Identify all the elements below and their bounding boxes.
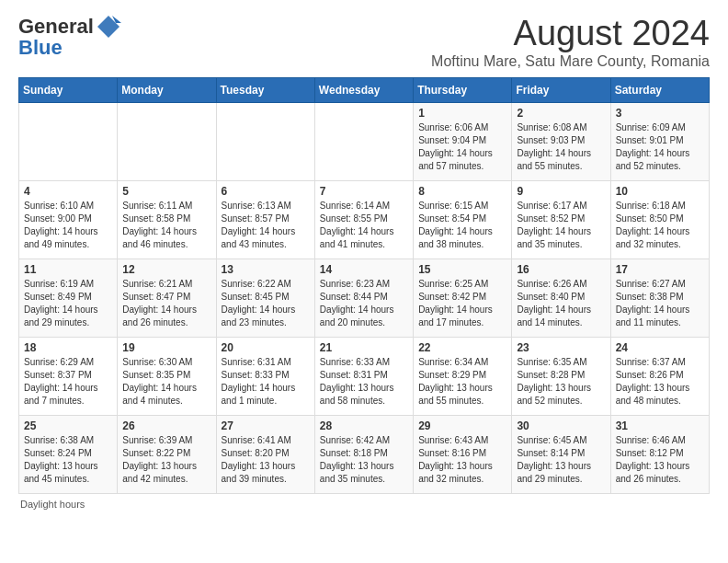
calendar-cell: 1Sunrise: 6:06 AM Sunset: 9:04 PM Daylig… xyxy=(414,103,512,181)
day-of-week-header: Monday xyxy=(118,78,216,103)
day-info: Sunrise: 6:30 AM Sunset: 8:35 PM Dayligh… xyxy=(122,356,210,408)
calendar-cell xyxy=(118,103,216,181)
day-info: Sunrise: 6:08 AM Sunset: 9:03 PM Dayligh… xyxy=(517,121,605,173)
day-info: Sunrise: 6:38 AM Sunset: 8:24 PM Dayligh… xyxy=(24,434,112,486)
calendar-week-row: 25Sunrise: 6:38 AM Sunset: 8:24 PM Dayli… xyxy=(19,416,710,494)
day-number: 24 xyxy=(616,341,704,354)
footer: Daylight hours xyxy=(18,499,710,510)
calendar-cell xyxy=(314,103,413,181)
day-number: 3 xyxy=(616,107,704,120)
calendar-cell: 25Sunrise: 6:38 AM Sunset: 8:24 PM Dayli… xyxy=(19,416,118,494)
calendar-week-row: 4Sunrise: 6:10 AM Sunset: 9:00 PM Daylig… xyxy=(19,181,710,259)
header: General Blue August 2024 Moftinu Mare, S… xyxy=(18,14,710,70)
calendar-cell: 18Sunrise: 6:29 AM Sunset: 8:37 PM Dayli… xyxy=(19,338,118,416)
calendar-cell xyxy=(216,103,314,181)
day-info: Sunrise: 6:35 AM Sunset: 8:28 PM Dayligh… xyxy=(517,356,605,408)
calendar-cell: 27Sunrise: 6:41 AM Sunset: 8:20 PM Dayli… xyxy=(216,416,314,494)
day-info: Sunrise: 6:42 AM Sunset: 8:18 PM Dayligh… xyxy=(320,434,408,486)
day-number: 15 xyxy=(418,263,506,276)
calendar-cell: 26Sunrise: 6:39 AM Sunset: 8:22 PM Dayli… xyxy=(118,416,216,494)
day-number: 13 xyxy=(222,263,310,276)
day-info: Sunrise: 6:25 AM Sunset: 8:42 PM Dayligh… xyxy=(418,278,506,329)
day-of-week-header: Tuesday xyxy=(216,78,314,103)
day-number: 21 xyxy=(320,341,408,354)
calendar-cell: 15Sunrise: 6:25 AM Sunset: 8:42 PM Dayli… xyxy=(414,259,512,338)
day-of-week-header: Friday xyxy=(512,78,610,103)
day-info: Sunrise: 6:45 AM Sunset: 8:14 PM Dayligh… xyxy=(517,434,605,486)
day-number: 29 xyxy=(418,419,506,432)
day-number: 18 xyxy=(24,341,112,354)
calendar-cell: 31Sunrise: 6:46 AM Sunset: 8:12 PM Dayli… xyxy=(610,416,709,494)
day-info: Sunrise: 6:18 AM Sunset: 8:50 PM Dayligh… xyxy=(616,200,704,251)
day-of-week-header: Sunday xyxy=(19,78,118,103)
calendar-cell: 5Sunrise: 6:11 AM Sunset: 8:58 PM Daylig… xyxy=(118,181,216,259)
day-number: 28 xyxy=(320,419,408,432)
day-number: 17 xyxy=(616,263,704,276)
subtitle: Moftinu Mare, Satu Mare County, Romania xyxy=(431,53,710,70)
day-number: 10 xyxy=(616,185,704,198)
title-section: August 2024 Moftinu Mare, Satu Mare Coun… xyxy=(431,14,710,70)
day-of-week-header: Wednesday xyxy=(314,78,413,103)
day-number: 14 xyxy=(320,263,408,276)
day-info: Sunrise: 6:23 AM Sunset: 8:44 PM Dayligh… xyxy=(320,278,408,329)
day-info: Sunrise: 6:39 AM Sunset: 8:22 PM Dayligh… xyxy=(122,434,210,486)
calendar-cell: 14Sunrise: 6:23 AM Sunset: 8:44 PM Dayli… xyxy=(314,259,413,338)
day-number: 11 xyxy=(24,263,112,276)
day-info: Sunrise: 6:27 AM Sunset: 8:38 PM Dayligh… xyxy=(616,278,704,329)
calendar-cell: 21Sunrise: 6:33 AM Sunset: 8:31 PM Dayli… xyxy=(314,338,413,416)
day-info: Sunrise: 6:19 AM Sunset: 8:49 PM Dayligh… xyxy=(24,278,112,329)
calendar-cell: 4Sunrise: 6:10 AM Sunset: 9:00 PM Daylig… xyxy=(19,181,118,259)
calendar-cell: 7Sunrise: 6:14 AM Sunset: 8:55 PM Daylig… xyxy=(314,181,413,259)
footer-text: Daylight hours xyxy=(20,499,85,510)
day-info: Sunrise: 6:26 AM Sunset: 8:40 PM Dayligh… xyxy=(517,278,605,329)
day-number: 7 xyxy=(320,185,408,198)
calendar-cell: 20Sunrise: 6:31 AM Sunset: 8:33 PM Dayli… xyxy=(216,338,314,416)
day-of-week-header: Thursday xyxy=(414,78,512,103)
day-info: Sunrise: 6:46 AM Sunset: 8:12 PM Dayligh… xyxy=(616,434,704,486)
calendar-cell: 19Sunrise: 6:30 AM Sunset: 8:35 PM Dayli… xyxy=(118,338,216,416)
day-number: 27 xyxy=(222,419,310,432)
day-info: Sunrise: 6:10 AM Sunset: 9:00 PM Dayligh… xyxy=(24,200,112,251)
logo-icon xyxy=(96,14,121,40)
day-number: 12 xyxy=(122,263,210,276)
day-info: Sunrise: 6:06 AM Sunset: 9:04 PM Dayligh… xyxy=(418,121,506,173)
calendar-cell: 24Sunrise: 6:37 AM Sunset: 8:26 PM Dayli… xyxy=(610,338,709,416)
calendar-table: SundayMondayTuesdayWednesdayThursdayFrid… xyxy=(18,77,710,494)
day-info: Sunrise: 6:43 AM Sunset: 8:16 PM Dayligh… xyxy=(418,434,506,486)
calendar-cell: 6Sunrise: 6:13 AM Sunset: 8:57 PM Daylig… xyxy=(216,181,314,259)
day-info: Sunrise: 6:15 AM Sunset: 8:54 PM Dayligh… xyxy=(418,200,506,251)
day-info: Sunrise: 6:21 AM Sunset: 8:47 PM Dayligh… xyxy=(122,278,210,329)
calendar-cell: 23Sunrise: 6:35 AM Sunset: 8:28 PM Dayli… xyxy=(512,338,610,416)
calendar-cell: 16Sunrise: 6:26 AM Sunset: 8:40 PM Dayli… xyxy=(512,259,610,338)
calendar-week-row: 1Sunrise: 6:06 AM Sunset: 9:04 PM Daylig… xyxy=(19,103,710,181)
day-info: Sunrise: 6:41 AM Sunset: 8:20 PM Dayligh… xyxy=(222,434,310,486)
calendar-cell: 3Sunrise: 6:09 AM Sunset: 9:01 PM Daylig… xyxy=(610,103,709,181)
calendar-cell: 29Sunrise: 6:43 AM Sunset: 8:16 PM Dayli… xyxy=(414,416,512,494)
day-info: Sunrise: 6:37 AM Sunset: 8:26 PM Dayligh… xyxy=(616,356,704,408)
day-number: 16 xyxy=(517,263,605,276)
day-info: Sunrise: 6:22 AM Sunset: 8:45 PM Dayligh… xyxy=(222,278,310,329)
calendar-cell: 30Sunrise: 6:45 AM Sunset: 8:14 PM Dayli… xyxy=(512,416,610,494)
day-number: 9 xyxy=(517,185,605,198)
day-number: 19 xyxy=(122,341,210,354)
calendar-cell: 2Sunrise: 6:08 AM Sunset: 9:03 PM Daylig… xyxy=(512,103,610,181)
calendar-cell: 9Sunrise: 6:17 AM Sunset: 8:52 PM Daylig… xyxy=(512,181,610,259)
logo: General Blue xyxy=(18,14,121,60)
calendar-cell: 10Sunrise: 6:18 AM Sunset: 8:50 PM Dayli… xyxy=(610,181,709,259)
page: General Blue August 2024 Moftinu Mare, S… xyxy=(0,0,728,563)
day-info: Sunrise: 6:31 AM Sunset: 8:33 PM Dayligh… xyxy=(222,356,310,408)
calendar-cell: 8Sunrise: 6:15 AM Sunset: 8:54 PM Daylig… xyxy=(414,181,512,259)
day-number: 6 xyxy=(222,185,310,198)
day-number: 1 xyxy=(418,107,506,120)
calendar-cell: 13Sunrise: 6:22 AM Sunset: 8:45 PM Dayli… xyxy=(216,259,314,338)
day-number: 4 xyxy=(24,185,112,198)
day-number: 25 xyxy=(24,419,112,432)
day-number: 23 xyxy=(517,341,605,354)
day-number: 2 xyxy=(517,107,605,120)
day-number: 20 xyxy=(222,341,310,354)
calendar-cell: 28Sunrise: 6:42 AM Sunset: 8:18 PM Dayli… xyxy=(314,416,413,494)
calendar-header-row: SundayMondayTuesdayWednesdayThursdayFrid… xyxy=(19,78,710,103)
day-info: Sunrise: 6:33 AM Sunset: 8:31 PM Dayligh… xyxy=(320,356,408,408)
calendar-cell: 17Sunrise: 6:27 AM Sunset: 8:38 PM Dayli… xyxy=(610,259,709,338)
calendar-cell: 11Sunrise: 6:19 AM Sunset: 8:49 PM Dayli… xyxy=(19,259,118,338)
